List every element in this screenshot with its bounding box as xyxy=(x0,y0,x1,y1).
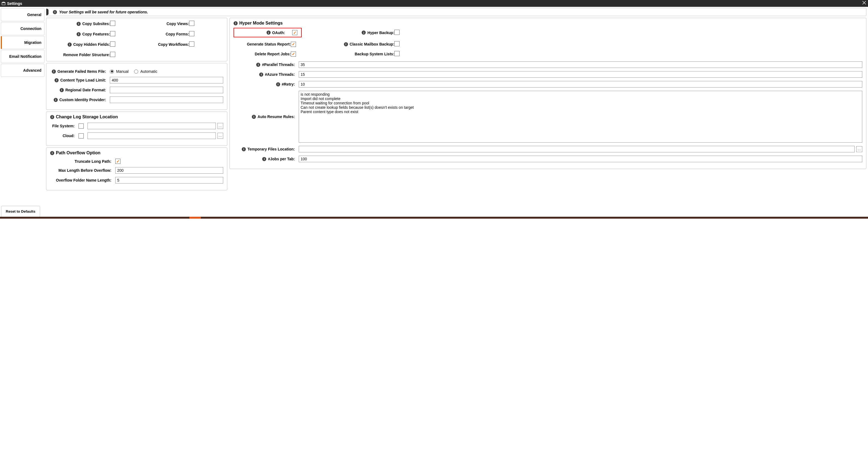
regional-date-label: Regional Date Format: xyxy=(65,88,106,92)
copy-forms-checkbox[interactable] xyxy=(189,31,194,36)
svg-rect-2 xyxy=(3,2,4,2)
info-icon: i xyxy=(76,22,81,26)
cloud-browse-button[interactable]: ... xyxy=(217,133,223,139)
info-icon: i xyxy=(242,147,246,151)
temp-files-input[interactable] xyxy=(299,146,855,152)
parallel-threads-label: #Parallel Threads: xyxy=(262,62,295,67)
reset-to-defaults-button[interactable]: Reset to Defaults xyxy=(1,206,40,217)
copy-views-checkbox[interactable] xyxy=(189,21,194,26)
hyper-backup-checkbox[interactable] xyxy=(394,30,400,35)
radio-icon xyxy=(110,69,114,73)
sidebar-item-migration[interactable]: Migration xyxy=(1,36,44,49)
radio-automatic[interactable]: Automatic xyxy=(134,69,157,73)
file-system-checkbox[interactable] xyxy=(79,123,84,129)
manual-label: Manual xyxy=(116,69,129,73)
window-title: Settings xyxy=(7,1,22,6)
automatic-label: Automatic xyxy=(141,69,157,73)
info-icon: i xyxy=(262,157,266,161)
info-icon: i xyxy=(68,42,72,47)
copy-forms-label: Copy Forms: xyxy=(166,32,189,36)
remove-folder-structure-label: Remove Folder Structure: xyxy=(63,53,110,57)
delete-report-label: Delete Report Jobs: xyxy=(255,52,291,56)
sidebar-item-email-notification[interactable]: Email Notification xyxy=(1,50,44,63)
content-type-limit-input[interactable] xyxy=(110,77,223,84)
hyper-mode-panel: iHyper Mode Settings iOAuth: iHyper Back… xyxy=(229,18,866,169)
sidebar-item-general[interactable]: General xyxy=(1,8,44,21)
delete-report-checkbox[interactable] xyxy=(291,52,296,57)
info-icon: i xyxy=(50,115,54,119)
sidebar-item-advanced[interactable]: Advanced xyxy=(1,64,44,77)
path-overflow-title: Path Overflow Option xyxy=(56,151,100,155)
file-system-input[interactable] xyxy=(88,123,216,129)
retry-label: #Retry: xyxy=(282,82,295,86)
radio-icon xyxy=(134,69,138,73)
hyper-mode-title: Hyper Mode Settings xyxy=(239,21,283,26)
cloud-input[interactable] xyxy=(88,132,216,139)
copy-workflows-checkbox[interactable] xyxy=(189,41,194,47)
classic-mailbox-label: Classic Mailbox Backup: xyxy=(350,42,394,47)
hyper-backup-label: Hyper Backup: xyxy=(367,31,394,35)
info-icon: i xyxy=(362,31,366,35)
content-type-limit-label: Content Type Load Limit: xyxy=(60,78,106,82)
auto-resume-textarea[interactable]: is not responding Import did not complet… xyxy=(299,91,862,143)
info-icon: i xyxy=(52,69,56,73)
backup-system-lists-label: Backup System Lists: xyxy=(355,52,395,56)
info-icon: i xyxy=(53,10,57,14)
failed-items-panel: iGenerate Failed Items File: Manual Auto… xyxy=(46,63,227,110)
jobs-per-tab-label: #Jobs per Tab: xyxy=(268,157,295,161)
info-icon: i xyxy=(256,63,260,67)
backup-system-lists-checkbox[interactable] xyxy=(394,51,400,56)
copy-hidden-fields-checkbox[interactable] xyxy=(110,41,115,47)
info-message: Your Settings will be saved for future o… xyxy=(59,10,148,14)
regional-date-input[interactable] xyxy=(110,87,223,93)
change-log-title: Change Log Storage Location xyxy=(56,115,118,119)
sidebar-item-connection[interactable]: Connection xyxy=(1,22,44,35)
generate-status-checkbox[interactable] xyxy=(291,42,296,47)
max-length-input[interactable] xyxy=(115,167,223,174)
remove-folder-structure-checkbox[interactable] xyxy=(110,52,115,57)
bottom-bar xyxy=(0,217,868,219)
classic-mailbox-checkbox[interactable] xyxy=(394,41,400,47)
radio-manual[interactable]: Manual xyxy=(110,69,129,73)
info-icon: i xyxy=(234,21,238,25)
azure-threads-input[interactable] xyxy=(299,71,862,78)
copy-options-panel: iCopy Subsites: Copy Views: iCopy Featur… xyxy=(46,18,227,61)
info-icon: i xyxy=(276,82,280,86)
copy-subsites-checkbox[interactable] xyxy=(110,21,115,26)
truncate-checkbox[interactable] xyxy=(115,159,120,164)
info-icon: i xyxy=(344,42,348,47)
custom-idp-input[interactable] xyxy=(110,96,223,103)
path-overflow-panel: iPath Overflow Option Truncate Long Path… xyxy=(46,148,227,190)
info-bar-accent xyxy=(46,9,49,15)
sidebar: General Connection Migration Email Notif… xyxy=(0,7,44,217)
info-bar: i Your Settings will be saved for future… xyxy=(46,8,866,16)
jobs-per-tab-input[interactable] xyxy=(299,156,862,162)
info-icon: i xyxy=(76,32,81,36)
azure-threads-label: #Azure Threads: xyxy=(265,72,295,76)
info-icon: i xyxy=(50,151,54,155)
retry-input[interactable] xyxy=(299,81,862,88)
parallel-threads-input[interactable] xyxy=(299,61,862,68)
copy-features-checkbox[interactable] xyxy=(110,31,115,36)
generate-failed-items-label: Generate Failed Items File: xyxy=(58,69,106,73)
cloud-checkbox[interactable] xyxy=(79,133,84,138)
copy-subsites-label: Copy Subsites: xyxy=(82,22,110,26)
cloud-label: Cloud: xyxy=(63,133,75,138)
oauth-highlight: iOAuth: xyxy=(234,28,302,37)
copy-views-label: Copy Views: xyxy=(166,22,189,26)
info-icon: i xyxy=(267,31,271,35)
info-icon: i xyxy=(252,115,256,119)
folder-name-length-input[interactable] xyxy=(115,177,223,183)
temp-files-browse-button[interactable]: ... xyxy=(856,146,862,152)
close-icon[interactable] xyxy=(862,1,866,6)
info-icon: i xyxy=(54,98,58,102)
copy-features-label: Copy Features: xyxy=(82,32,110,36)
oauth-label: OAuth: xyxy=(272,31,285,35)
generate-status-label: Generate Status Report: xyxy=(247,42,291,47)
copy-hidden-fields-label: Copy Hidden Fields: xyxy=(73,42,110,47)
info-icon: i xyxy=(60,88,64,92)
truncate-label: Truncate Long Path: xyxy=(75,159,112,163)
max-length-label: Max Length Before Overflow: xyxy=(59,168,112,173)
file-system-browse-button[interactable]: ... xyxy=(217,123,223,129)
oauth-checkbox[interactable] xyxy=(292,30,297,35)
